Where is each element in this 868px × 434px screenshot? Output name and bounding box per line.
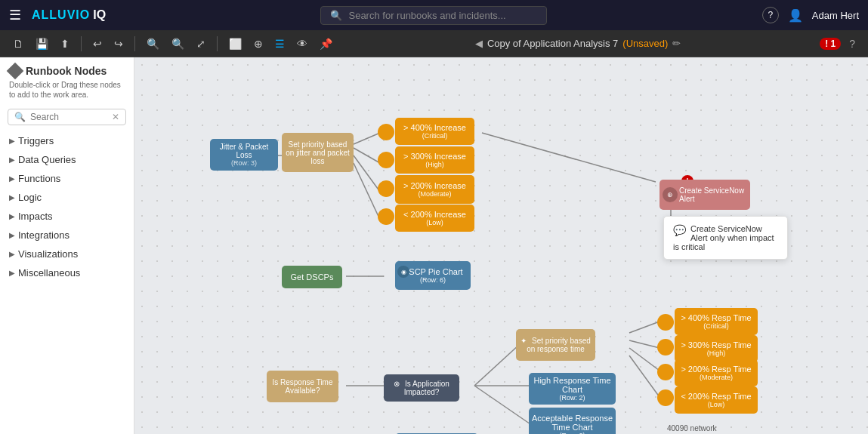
- sep1: [81, 36, 82, 51]
- zoom-in-icon[interactable]: 🔍: [168, 35, 188, 52]
- export-icon[interactable]: ⬆: [57, 35, 73, 52]
- gt400-sub: (Critical): [403, 132, 466, 140]
- lt200-resp-node[interactable]: < 200% Resp Time (Low): [675, 386, 758, 414]
- eye-icon[interactable]: 👁: [293, 35, 311, 52]
- toolbar-right: ! 1 ?: [820, 35, 859, 52]
- help-icon[interactable]: ?: [762, 7, 779, 23]
- svg-line-1: [354, 133, 380, 144]
- fit-icon[interactable]: ⤢: [193, 35, 209, 52]
- high-resp-chart-sub: (Row: 2): [531, 394, 613, 402]
- user-icon[interactable]: 👤: [788, 8, 803, 23]
- jitter-node-label: Jitter & Packet Loss: [213, 143, 275, 159]
- get-dscps-label: Get DSCPs: [291, 272, 334, 282]
- pin-icon[interactable]: 📌: [316, 35, 336, 52]
- search-area: 🔍 Search for runbooks and incidents...: [113, 6, 755, 25]
- add-icon[interactable]: ⊕: [250, 35, 267, 52]
- brand: ALLUVIO IQ: [32, 8, 106, 22]
- help-toolbar-icon[interactable]: ?: [845, 35, 859, 52]
- get-dscps-node[interactable]: Get DSCPs: [282, 266, 342, 288]
- create-servicenow-node[interactable]: ⊕ Create ServiceNow Alert: [659, 180, 750, 210]
- main-area: Runbook Nodes Double-click or Drag these…: [0, 57, 868, 434]
- gt300-increase-node[interactable]: > 300% Increase (High): [395, 146, 474, 174]
- gt300-resp-node[interactable]: > 300% Resp Time (High): [675, 335, 758, 362]
- svg-line-15: [629, 348, 659, 371]
- circle-gt200: [378, 180, 394, 197]
- sidebar-item-label: Miscellaneous: [18, 267, 80, 279]
- jitter-node-sub: (Row: 3): [213, 159, 275, 167]
- response-time-label: Is Response Time Available?: [270, 378, 335, 395]
- sidebar-item-data-queries[interactable]: ▶ Data Queries: [0, 150, 134, 169]
- sep2: [134, 36, 135, 51]
- sidebar-item-impacts[interactable]: ▶ Impacts: [0, 207, 134, 226]
- sidebar-item-visualizations[interactable]: ▶ Visualizations: [0, 245, 134, 263]
- gt200-resp-node[interactable]: > 200% Resp Time (Moderate): [675, 359, 758, 386]
- servicenow-tooltip: 💬 Create ServiceNow Alert only when impa…: [663, 216, 788, 260]
- undo-icon[interactable]: ↩: [89, 35, 106, 52]
- set-priority-jitter-node[interactable]: Set priority based on jitter and packet …: [282, 133, 354, 172]
- brand-iq: IQ: [93, 8, 106, 22]
- is-response-time-node[interactable]: Is Response Time Available?: [267, 371, 338, 402]
- gt300-label: > 300% Increase: [403, 152, 466, 161]
- sidebar-search-clear-icon[interactable]: ✕: [112, 112, 119, 122]
- redo-icon[interactable]: ↪: [110, 35, 127, 52]
- circle-resp-gt400: [657, 314, 674, 331]
- high-resp-chart-label: High Response Time Chart: [531, 376, 613, 394]
- set-priority-response-node[interactable]: ✦ Set priority based on response time: [516, 329, 595, 361]
- set-priority-jitter-label: Set priority based on jitter and packet …: [285, 140, 351, 165]
- high-response-chart-node[interactable]: High Response Time Chart (Row: 2): [529, 373, 616, 405]
- sidebar-item-triggers[interactable]: ▶ Triggers: [0, 131, 134, 150]
- svg-line-12: [474, 386, 535, 427]
- new-icon[interactable]: 🗋: [9, 35, 27, 52]
- sidebar-item-logic[interactable]: ▶ Logic: [0, 188, 134, 207]
- svg-line-16: [629, 356, 659, 397]
- arrow-icon: ▶: [9, 250, 15, 258]
- gt200-increase-node[interactable]: > 200% Increase (Moderate): [395, 175, 474, 204]
- svg-line-4: [354, 163, 380, 220]
- hamburger-icon[interactable]: ☰: [9, 7, 21, 23]
- acceptable-response-chart-node[interactable]: Acceptable Response Time Chart (Row: 2): [529, 408, 616, 434]
- gt400-resp-sub: (Critical): [681, 322, 751, 330]
- lt200-increase-node[interactable]: < 200% Increase (Low): [395, 205, 474, 232]
- grid-icon[interactable]: ☰: [271, 35, 289, 52]
- is-application-impacted-node[interactable]: ⊗ Is Application Impacted?: [384, 374, 459, 402]
- gt200-resp-label: > 200% Resp Time: [681, 365, 751, 374]
- split-icon2: ✦: [520, 337, 527, 345]
- sidebar: Runbook Nodes Double-click or Drag these…: [0, 57, 134, 434]
- gt400-label: > 400% Increase: [403, 123, 466, 132]
- gt300-resp-sub: (High): [681, 349, 751, 357]
- arrow-icon: ▶: [9, 155, 15, 164]
- network-id-label: 40090 network: [666, 423, 718, 434]
- canvas[interactable]: Jitter & Packet Loss (Row: 3) Set priori…: [134, 57, 868, 434]
- sidebar-item-label: Functions: [18, 173, 60, 184]
- gt200-sub: (Moderate): [403, 190, 466, 198]
- arrow-icon: ▶: [9, 231, 15, 239]
- sidebar-item-label: Logic: [18, 192, 42, 203]
- circle-resp-gt300: [657, 339, 674, 356]
- gt400-resp-node[interactable]: > 400% Resp Time (Critical): [675, 308, 758, 335]
- sidebar-item-miscellaneous[interactable]: ▶ Miscellaneous: [0, 263, 134, 282]
- zoom-out-icon[interactable]: 🔍: [143, 35, 163, 52]
- sidebar-item-label: Integrations: [18, 229, 70, 241]
- lt200-label: < 200% Increase: [403, 210, 466, 219]
- gt200-resp-sub: (Moderate): [681, 374, 751, 381]
- save-icon[interactable]: 💾: [32, 35, 52, 52]
- edit-icon[interactable]: ✏: [672, 38, 681, 49]
- search-placeholder-text: Search for runbooks and incidents...: [348, 10, 505, 21]
- sidebar-search-input[interactable]: [30, 112, 107, 122]
- jitter-packet-loss-node[interactable]: Jitter & Packet Loss (Row: 3): [210, 139, 278, 171]
- sidebar-nav: ▶ Triggers ▶ Data Queries ▶ Functions ▶ …: [0, 131, 134, 434]
- sidebar-item-functions[interactable]: ▶ Functions: [0, 169, 134, 188]
- toolbar-title-area: ◀ Copy of Application Analysis 7 (Unsave…: [341, 38, 815, 49]
- sidebar-search-container[interactable]: 🔍 ✕: [8, 109, 126, 125]
- gt200-label: > 200% Increase: [403, 181, 466, 190]
- sidebar-item-integrations[interactable]: ▶ Integrations: [0, 226, 134, 245]
- arrow-icon: ▶: [9, 193, 15, 202]
- gt400-increase-node[interactable]: > 400% Increase (Critical): [395, 118, 474, 145]
- svg-line-13: [629, 322, 659, 333]
- diagram-icon: ◀: [475, 38, 483, 49]
- select-icon[interactable]: ⬜: [225, 35, 246, 52]
- navbar: ☰ ALLUVIO IQ 🔍 Search for runbooks and i…: [0, 0, 868, 30]
- set-priority-response-label: Set priority based on response time: [527, 337, 591, 353]
- split-icon: ⊗: [394, 380, 400, 388]
- search-bar[interactable]: 🔍 Search for runbooks and incidents...: [320, 6, 547, 25]
